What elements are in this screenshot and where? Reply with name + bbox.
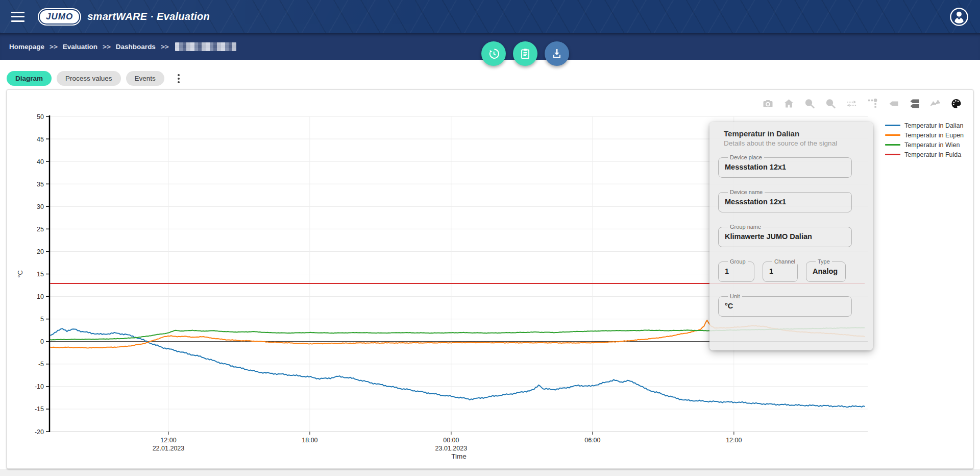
snapshot-camera-icon[interactable] [761, 97, 774, 110]
channel-field: Channel 1 [763, 258, 798, 282]
unit-value: °C [725, 299, 845, 312]
spike-lines-icon[interactable] [866, 97, 879, 110]
group-channel-type-row: Group 1 Channel 1 Type Analog [718, 258, 852, 293]
type-field: Type Analog [806, 258, 846, 282]
user-avatar-icon[interactable] [949, 7, 969, 27]
group-name-label: Group name [728, 224, 763, 230]
type-value: Analog [813, 265, 839, 277]
menu-icon[interactable] [11, 12, 24, 22]
channel-label: Channel [772, 258, 797, 265]
history-button[interactable] [481, 41, 506, 66]
breadcrumb-homepage[interactable]: Homepage [9, 43, 44, 51]
download-button[interactable] [545, 41, 569, 66]
line-style-icon[interactable] [928, 97, 942, 110]
breadcrumb-separator: >> [103, 43, 111, 51]
svg-text:°C: °C [16, 270, 24, 278]
legend-label: Temperatur in Fulda [904, 151, 961, 158]
device-name-label: Device name [728, 189, 765, 195]
history-clock-icon [487, 47, 500, 60]
svg-text:Time: Time [451, 453, 467, 460]
legend-item[interactable]: Temperatur in Eupen [885, 130, 964, 140]
svg-text:-20: -20 [35, 429, 44, 436]
type-label: Type [816, 258, 832, 265]
group-field: Group 1 [718, 258, 754, 282]
hover-compare-icon[interactable] [908, 97, 921, 110]
svg-text:22.01.2023: 22.01.2023 [153, 445, 185, 452]
group-label: Group [728, 258, 748, 265]
svg-text:50: 50 [37, 113, 44, 121]
legend-line-swatch [885, 134, 900, 136]
view-tabs: Diagram Process values Events [7, 71, 183, 86]
tab-events[interactable]: Events [126, 71, 164, 86]
drag-axes-icon[interactable] [845, 97, 858, 110]
svg-text:35: 35 [37, 181, 44, 188]
unit-label: Unit [728, 293, 742, 299]
top-app-bar: JUMO smartWARE · Evaluation [0, 0, 980, 33]
svg-text:10: 10 [37, 293, 44, 300]
svg-text:0: 0 [40, 338, 44, 345]
device-name-field: Device name Messstation 12x1 [718, 189, 852, 212]
svg-text:25: 25 [37, 226, 44, 233]
zoom-back-icon[interactable] [803, 97, 816, 110]
channel-value: 1 [769, 265, 791, 277]
action-buttons [481, 41, 569, 66]
svg-text:23.01.2023: 23.01.2023 [435, 445, 468, 452]
popup-subtitle: Details about the source of the signal [724, 139, 852, 147]
legend-label: Temperatur in Dalian [904, 122, 963, 129]
reset-axes-home-icon[interactable] [782, 97, 795, 110]
svg-text:40: 40 [37, 158, 44, 165]
more-options-icon[interactable] [175, 72, 183, 85]
signal-details-popup: Temperatur in Dalian Details about the s… [709, 122, 873, 350]
tab-process-values[interactable]: Process values [57, 71, 121, 86]
svg-text:30: 30 [37, 203, 44, 210]
legend-line-swatch [885, 144, 900, 146]
breadcrumb-separator: >> [50, 43, 58, 51]
svg-text:12:00: 12:00 [160, 437, 176, 444]
jumo-logo: JUMO [40, 10, 79, 23]
group-name-field: Group name Klimawerte JUMO Dalian [718, 224, 852, 247]
breadcrumb-dashboards[interactable]: Dashboards [116, 43, 156, 51]
zoom-forward-icon[interactable] [824, 97, 837, 110]
tab-diagram[interactable]: Diagram [7, 71, 52, 86]
clipboard-icon [519, 47, 531, 60]
device-name-value: Messstation 12x1 [725, 195, 845, 207]
breadcrumb-separator: >> [161, 43, 169, 51]
report-button[interactable] [513, 41, 537, 66]
breadcrumb-current-redacted [175, 42, 236, 51]
legend-item[interactable]: Temperatur in Fulda [885, 150, 964, 159]
legend-line-swatch [885, 154, 900, 155]
device-place-field: Device place Messstation 12x1 [718, 154, 852, 178]
chart-legend: Temperatur in DalianTemperatur in EupenT… [885, 121, 964, 159]
svg-text:-5: -5 [38, 361, 44, 368]
svg-text:06:00: 06:00 [584, 437, 600, 444]
svg-text:18:00: 18:00 [302, 437, 317, 444]
download-icon [551, 47, 563, 60]
palette-icon[interactable] [949, 97, 963, 110]
group-name-value: Klimawerte JUMO Dalian [725, 230, 845, 242]
svg-text:-15: -15 [35, 406, 44, 413]
svg-text:45: 45 [37, 136, 44, 143]
popup-title: Temperatur in Dalian [724, 129, 852, 138]
device-place-label: Device place [728, 154, 764, 160]
chart-toolbar [761, 97, 963, 110]
svg-text:00:00: 00:00 [443, 437, 459, 444]
legend-label: Temperatur in Wien [904, 141, 960, 149]
device-place-value: Messstation 12x1 [725, 160, 845, 173]
svg-text:15: 15 [37, 271, 44, 278]
svg-text:5: 5 [40, 316, 44, 323]
legend-line-swatch [885, 125, 900, 126]
svg-text:-10: -10 [35, 383, 44, 390]
svg-text:20: 20 [37, 248, 44, 255]
breadcrumb-evaluation[interactable]: Evaluation [63, 43, 97, 51]
svg-text:12:00: 12:00 [726, 437, 742, 444]
unit-field: Unit °C [718, 293, 852, 317]
legend-item[interactable]: Temperatur in Wien [885, 140, 964, 150]
legend-label: Temperatur in Eupen [904, 132, 964, 139]
legend-item[interactable]: Temperatur in Dalian [885, 121, 964, 130]
group-value: 1 [725, 265, 748, 277]
app-title: smartWARE · Evaluation [87, 11, 210, 22]
hover-closest-icon[interactable] [887, 97, 900, 110]
